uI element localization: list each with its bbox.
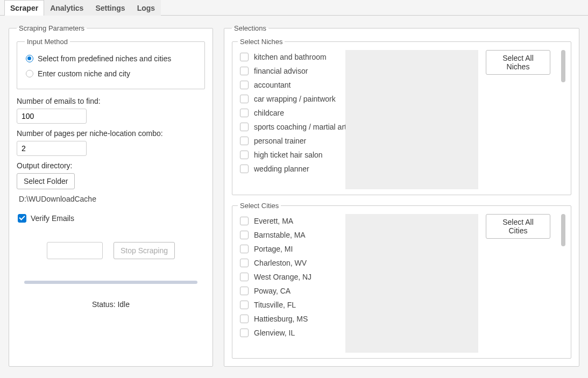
niche-item[interactable]: car wrapping / paintwork [238,92,345,106]
city-item[interactable]: Glenview, IL [238,326,345,340]
niche-item[interactable]: high ticket hair salon [238,148,345,162]
city-item[interactable]: Poway, CA [238,284,345,298]
selections-fieldset: Selections Select Niches kitchen and bat… [224,24,579,367]
city-label: Poway, CA [254,287,291,295]
niche-checkbox[interactable] [240,95,249,103]
city-label: Barnstable, MA [254,231,306,239]
city-checkbox[interactable] [240,287,249,295]
city-checkbox[interactable] [240,273,249,281]
cities-scroll: Everett, MABarnstable, MAPortage, MIChar… [238,214,478,353]
tab-scraper[interactable]: Scraper [4,0,44,16]
niche-checkbox[interactable] [240,81,249,89]
radio-predefined[interactable] [26,55,33,62]
verify-emails-checkbox[interactable] [18,214,26,223]
cities-legend: Select Cities [238,202,281,210]
app-window: Scraper Analytics Settings Logs Scraping… [0,0,588,378]
city-checkbox[interactable] [240,315,249,323]
output-path-text: D:\WUDownloadCache [19,195,205,203]
input-method-legend: Input Method [25,38,70,46]
niche-checkbox[interactable] [240,165,249,173]
niches-scroll: kitchen and bathroomfinancial advisoracc… [238,50,478,189]
radio-custom[interactable] [26,70,33,77]
status-text: Status: Idle [17,300,205,309]
action-row: Stop Scraping [17,242,205,259]
niche-label: childcare [254,109,284,117]
niche-label: sports coaching / martial arts [254,123,345,131]
niches-side-col: Select All Niches [486,50,550,189]
niche-item[interactable]: sports coaching / martial arts [238,120,345,134]
niche-checkbox[interactable] [240,151,249,159]
niche-item[interactable]: accountant [238,78,345,92]
niche-label: high ticket hair salon [254,151,323,159]
niches-filler [345,50,478,189]
city-item[interactable]: Everett, MA [238,214,345,228]
cities-fieldset: Select Cities Everett, MABarnstable, MAP… [232,202,571,359]
niche-item[interactable]: financial advisor [238,64,345,78]
niche-label: accountant [254,81,291,89]
pages-input[interactable] [17,141,87,156]
city-item[interactable]: Portage, MI [238,242,345,256]
emails-input[interactable] [17,109,87,124]
niche-checkbox[interactable] [240,67,249,75]
radio-predefined-label: Select from predefined niches and cities [38,54,171,63]
tabs-bar: Scraper Analytics Settings Logs [0,0,588,16]
radio-row-predefined[interactable]: Select from predefined niches and cities [25,51,197,66]
city-checkbox[interactable] [240,259,249,267]
niche-label: car wrapping / paintwork [254,95,336,103]
niches-scrollbar[interactable] [561,50,565,189]
niche-checkbox[interactable] [240,53,249,61]
tab-content: Scraping Parameters Input Method Select … [0,16,588,375]
select-all-niches-button[interactable]: Select All Niches [486,50,550,75]
niche-item[interactable]: kitchen and bathroom [238,50,345,64]
tab-logs[interactable]: Logs [131,0,161,16]
city-label: Titusville, FL [254,301,296,309]
city-checkbox[interactable] [240,217,249,225]
start-button-placeholder[interactable] [47,242,103,259]
radio-custom-label: Enter custom niche and city [38,69,130,78]
cities-list[interactable]: Everett, MABarnstable, MAPortage, MIChar… [238,214,345,353]
pages-label: Number of pages per niche-location combo… [17,129,205,138]
city-item[interactable]: Charleston, WV [238,256,345,270]
scraping-params-fieldset: Scraping Parameters Input Method Select … [9,24,213,367]
tab-settings[interactable]: Settings [89,0,131,16]
select-all-cities-button[interactable]: Select All Cities [486,214,550,239]
niche-label: personal trainer [254,137,306,145]
niches-legend: Select Niches [238,38,285,46]
niche-checkbox[interactable] [240,109,249,117]
city-item[interactable]: Titusville, FL [238,298,345,312]
niche-item[interactable]: childcare [238,106,345,120]
niches-list[interactable]: kitchen and bathroomfinancial advisoracc… [238,50,345,189]
niche-checkbox[interactable] [240,137,249,145]
city-checkbox[interactable] [240,301,249,309]
radio-row-custom[interactable]: Enter custom niche and city [25,66,197,81]
city-label: West Orange, NJ [254,273,311,281]
input-method-fieldset: Input Method Select from predefined nich… [17,38,205,89]
city-item[interactable]: Barnstable, MA [238,228,345,242]
selections-panel: Selections Select Niches kitchen and bat… [224,24,579,367]
select-folder-button[interactable]: Select Folder [17,173,75,189]
cities-scroll-thumb[interactable] [561,214,565,246]
city-label: Charleston, WV [254,259,307,267]
city-label: Hattiesburg, MS [254,315,308,323]
tab-analytics[interactable]: Analytics [44,0,89,16]
niche-label: wedding planner [254,165,309,173]
city-label: Everett, MA [254,217,293,225]
selections-legend: Selections [232,24,268,32]
city-item[interactable]: West Orange, NJ [238,270,345,284]
cities-filler [345,214,478,353]
cities-side-col: Select All Cities [486,214,550,353]
niche-item[interactable]: personal trainer [238,134,345,148]
cities-scrollbar[interactable] [561,214,565,353]
verify-emails-row[interactable]: Verify Emails [17,211,205,226]
city-checkbox[interactable] [240,245,249,253]
niche-label: financial advisor [254,67,308,75]
niche-item[interactable]: wedding planner [238,162,345,176]
city-checkbox[interactable] [240,231,249,239]
niches-scroll-thumb[interactable] [561,50,565,82]
stop-scraping-button[interactable]: Stop Scraping [114,242,175,259]
niche-checkbox[interactable] [240,123,249,131]
city-item[interactable]: Hattiesburg, MS [238,312,345,326]
city-label: Glenview, IL [254,329,295,337]
city-checkbox[interactable] [240,329,249,337]
output-dir-label: Output directory: [17,161,205,170]
